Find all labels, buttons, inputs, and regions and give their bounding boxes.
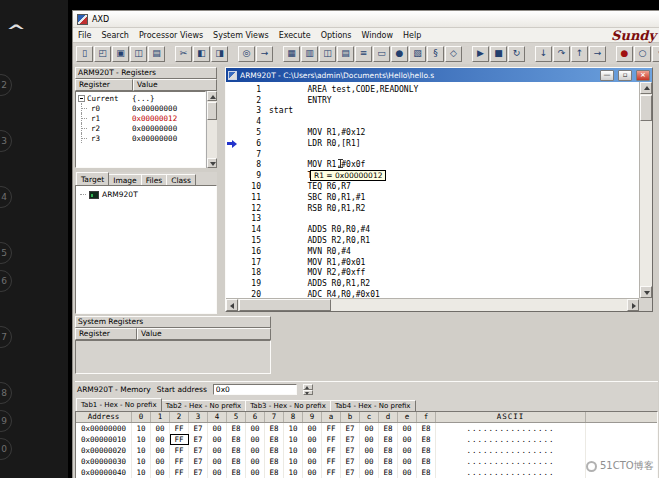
memory-byte-cell[interactable]: 10 <box>284 467 303 478</box>
code-line[interactable]: 16 MVN R0,#4 <box>226 246 639 257</box>
memory-byte-cell[interactable]: E8 <box>417 434 436 445</box>
clear-breakpoints-button[interactable]: ○ <box>634 46 651 62</box>
register-row[interactable]: Current{...} <box>76 93 205 103</box>
code-line[interactable]: 17 MOV R1,#0x01 <box>226 257 639 268</box>
code-line[interactable]: 13 <box>226 214 639 225</box>
scroll-up-button[interactable] <box>640 82 652 94</box>
memory-byte-cell[interactable]: 00 <box>303 456 322 467</box>
code-line[interactable]: 5 MOV R1,#0x12 <box>226 127 639 138</box>
memory-byte-cell[interactable]: E8 <box>265 467 284 478</box>
memory-column-header[interactable]: 3 <box>189 412 208 422</box>
memory-byte-cell[interactable]: E7 <box>341 456 360 467</box>
memory-byte-cell[interactable]: FF <box>322 434 341 445</box>
code-line[interactable]: 18 MOV R2,#0xff <box>226 268 639 279</box>
stop-button[interactable]: ■ <box>490 46 507 62</box>
memory-column-header[interactable]: 1 <box>151 412 170 422</box>
code-line[interactable]: 9 TST R6,R7 <box>226 170 639 181</box>
memory-byte-cell[interactable]: E7 <box>189 467 208 478</box>
memory-column-header[interactable]: d <box>379 412 398 422</box>
reset-button[interactable]: ↻ <box>508 46 525 62</box>
scroll-down-button[interactable] <box>640 286 652 298</box>
memory-byte-cell[interactable]: 00 <box>398 456 417 467</box>
memory-byte-cell[interactable]: E7 <box>341 467 360 478</box>
menu-item-execute[interactable]: Execute <box>274 31 316 40</box>
code-line[interactable]: 15 ADDS R2,R0,R1 <box>226 235 639 246</box>
code-editor[interactable]: 1 AREA test,CODE,READONLY2 ENTRY3start45… <box>226 82 639 298</box>
scroll-right-button[interactable] <box>627 299 639 311</box>
menu-item-options[interactable]: Options <box>316 31 357 40</box>
memory-byte-cell[interactable]: E8 <box>417 467 436 478</box>
code-window-titlebar[interactable]: ARM920T - C:\Users\admin\Documents\Hello… <box>226 68 652 82</box>
register-row[interactable]: r30x00000000 <box>76 133 205 143</box>
memory-byte-cell[interactable]: 00 <box>246 445 265 456</box>
chevron-up-icon[interactable]: ^ <box>6 22 26 40</box>
breakpoints-view-button[interactable]: ● <box>391 46 408 62</box>
memory-byte-cell[interactable]: 00 <box>398 445 417 456</box>
memory-byte-cell[interactable]: 10 <box>284 423 303 434</box>
memory-byte-cell[interactable]: E8 <box>379 467 398 478</box>
code-line[interactable]: 19 ADDS R0,R1,R2 <box>226 278 639 289</box>
target-tab-3[interactable]: Files <box>141 174 167 185</box>
memory-byte-cell[interactable]: 00 <box>303 467 322 478</box>
memory-byte-cell[interactable]: FF <box>322 423 341 434</box>
memory-byte-cell[interactable]: 00 <box>398 467 417 478</box>
run-to-cursor-button[interactable]: → <box>589 46 606 62</box>
scroll-thumb[interactable] <box>239 299 331 311</box>
memory-column-header[interactable]: 6 <box>246 412 265 422</box>
code-line[interactable]: 2 ENTRY <box>226 95 639 106</box>
value-column-header[interactable]: Value <box>137 328 271 340</box>
system-registers-title[interactable]: System Registers <box>75 316 271 328</box>
step-out-button[interactable]: ↑ <box>571 46 588 62</box>
memory-column-header[interactable]: 5 <box>227 412 246 422</box>
source-view-button[interactable]: ◇ <box>445 46 462 62</box>
memory-column-header[interactable]: 0 <box>132 412 151 422</box>
memory-tab-2[interactable]: Tab2 - Hex - No prefix <box>161 400 247 411</box>
memory-column-header[interactable]: 9 <box>303 412 322 422</box>
step-over-button[interactable]: ↷ <box>553 46 570 62</box>
watch-view-button[interactable]: ◫ <box>319 46 336 62</box>
code-line[interactable]: 7 <box>226 149 639 160</box>
toggle-breakpoint-button[interactable]: ● <box>616 46 633 62</box>
memory-byte-cell[interactable]: FF <box>170 445 189 456</box>
memory-byte-cell[interactable]: 10 <box>132 434 151 445</box>
memory-column-header[interactable]: 8 <box>284 412 303 422</box>
register-row[interactable]: r10x00000012 <box>76 113 205 123</box>
memory-byte-cell[interactable]: 00 <box>360 467 379 478</box>
memory-byte-cell[interactable]: E7 <box>189 423 208 434</box>
vertical-scrollbar[interactable] <box>639 82 652 298</box>
memory-byte-cell[interactable]: 10 <box>132 423 151 434</box>
maximize-button[interactable]: ▫ <box>618 70 632 81</box>
memory-byte-cell[interactable]: E8 <box>265 445 284 456</box>
registers-panel-title[interactable]: ARM920T - Registers <box>75 67 217 79</box>
memory-byte-cell[interactable]: E8 <box>417 423 436 434</box>
memory-byte-cell[interactable]: FF <box>322 456 341 467</box>
debugger-options-button[interactable]: ▾ <box>652 46 659 62</box>
code-line[interactable]: 1 AREA test,CODE,READONLY <box>226 84 639 95</box>
memory-byte-cell[interactable]: 00 <box>360 423 379 434</box>
memory-byte-cell[interactable]: FF <box>322 445 341 456</box>
spinner-down-icon[interactable] <box>303 390 313 396</box>
scroll-thumb[interactable] <box>640 95 652 121</box>
code-line[interactable]: 12 RSB R0,R1,R2 <box>226 203 639 214</box>
print-button[interactable]: ▤ <box>148 46 165 62</box>
memory-byte-cell[interactable]: 00 <box>208 445 227 456</box>
memory-byte-cell[interactable]: 00 <box>246 434 265 445</box>
memory-byte-cell[interactable]: 00 <box>246 423 265 434</box>
target-tab-4[interactable]: Class <box>166 174 196 185</box>
memory-byte-cell[interactable]: 00 <box>360 456 379 467</box>
target-tab-2[interactable]: Image <box>108 174 142 185</box>
value-column-header[interactable]: Value <box>133 79 217 91</box>
window-titlebar[interactable]: AXD <box>73 11 659 28</box>
menu-item-file[interactable]: File <box>73 31 96 40</box>
memory-byte-cell[interactable]: 10 <box>284 456 303 467</box>
memory-byte-cell[interactable]: 00 <box>246 456 265 467</box>
memory-byte-cell[interactable]: 00 <box>246 467 265 478</box>
menu-item-processor-views[interactable]: Processor Views <box>134 31 208 40</box>
memory-byte-cell[interactable]: E7 <box>189 445 208 456</box>
memory-byte-cell[interactable]: FF <box>170 434 189 445</box>
register-row[interactable]: r20x00000000 <box>76 123 205 133</box>
minimize-button[interactable]: — <box>600 70 614 81</box>
memory-byte-cell[interactable]: 10 <box>132 445 151 456</box>
memory-byte-cell[interactable]: 00 <box>303 434 322 445</box>
new-file-button[interactable]: ▯ <box>76 46 93 62</box>
